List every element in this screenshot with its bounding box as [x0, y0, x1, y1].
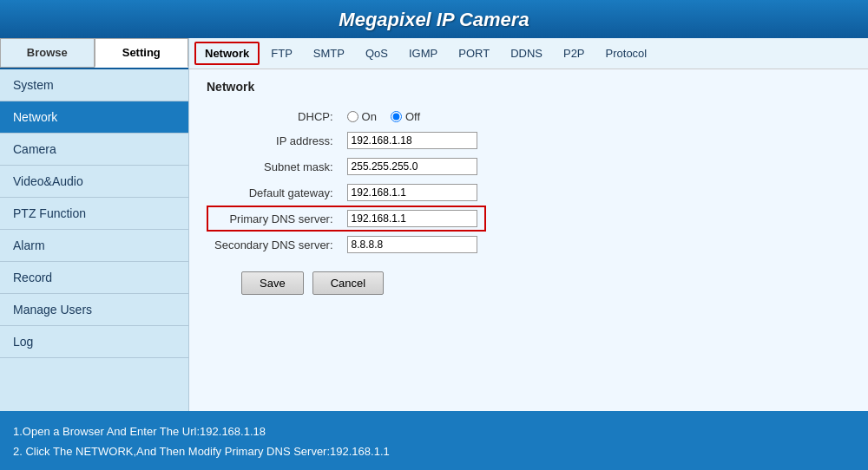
ip-input[interactable]: [347, 132, 477, 149]
dhcp-row: DHCP: On Off: [207, 106, 485, 127]
browse-tab[interactable]: Browse: [0, 38, 95, 68]
sub-navigation: Network FTP SMTP QoS IGMP PORT DDNS P2P …: [189, 38, 868, 69]
tab-p2p[interactable]: P2P: [554, 42, 595, 64]
sidebar-item-record[interactable]: Record: [0, 262, 188, 294]
tab-network[interactable]: Network: [194, 42, 260, 65]
subnet-label: Subnet mask:: [207, 153, 340, 180]
sidebar-item-manage-users[interactable]: Manage Users: [0, 294, 188, 326]
dhcp-on-option[interactable]: On: [347, 110, 377, 123]
dhcp-off-label: Off: [405, 110, 420, 123]
subnet-input[interactable]: [347, 158, 477, 175]
content-body: Network DHCP: On Off: [189, 69, 868, 411]
secondary-dns-input[interactable]: [347, 236, 477, 253]
tab-ftp[interactable]: FTP: [261, 42, 302, 64]
sidebar-item-log[interactable]: Log: [0, 326, 188, 358]
ip-label: IP address:: [207, 127, 340, 153]
sidebar-item-alarm[interactable]: Alarm: [0, 230, 188, 262]
network-form: DHCP: On Off: [207, 106, 486, 258]
gateway-input[interactable]: [347, 184, 477, 201]
cancel-button[interactable]: Cancel: [312, 271, 384, 295]
tab-igmp[interactable]: IGMP: [399, 42, 447, 64]
secondary-dns-label: Secondary DNS server:: [207, 231, 340, 258]
secondary-dns-row: Secondary DNS server:: [207, 231, 485, 258]
ip-cell: [340, 127, 485, 153]
sidebar-tabs: Browse Setting: [0, 38, 188, 69]
subnet-cell: [340, 153, 485, 180]
sidebar-item-network[interactable]: Network: [0, 101, 188, 134]
tab-protocol[interactable]: Protocol: [596, 42, 657, 64]
dhcp-options: On Off: [340, 106, 485, 127]
content-area: Network FTP SMTP QoS IGMP PORT DDNS P2P …: [189, 38, 868, 411]
dhcp-off-radio[interactable]: [391, 111, 402, 122]
primary-dns-input[interactable]: [347, 210, 477, 227]
header: Megapixel IP Camera: [0, 0, 868, 38]
tab-smtp[interactable]: SMTP: [304, 42, 354, 64]
app-title: Megapixel IP Camera: [339, 9, 529, 30]
footer-line2: 2. Click The NETWORK,And Then Modify Pri…: [13, 441, 855, 461]
primary-dns-label: Primary DNS server:: [207, 206, 340, 231]
dhcp-label: DHCP:: [207, 106, 340, 127]
tab-port[interactable]: PORT: [449, 42, 499, 64]
main-container: Browse Setting System Network Camera Vid…: [0, 38, 868, 411]
gateway-label: Default gateway:: [207, 180, 340, 206]
subnet-row: Subnet mask:: [207, 153, 485, 180]
footer: 1.Open a Browser And Enter The Url:192.1…: [0, 411, 868, 470]
gateway-row: Default gateway:: [207, 180, 485, 206]
sidebar-item-ptz-function[interactable]: PTZ Function: [0, 198, 188, 230]
primary-dns-cell: [340, 206, 485, 231]
ip-row: IP address:: [207, 127, 485, 153]
sidebar: Browse Setting System Network Camera Vid…: [0, 38, 189, 411]
save-button[interactable]: Save: [241, 271, 304, 295]
secondary-dns-cell: [340, 231, 485, 258]
sidebar-item-system[interactable]: System: [0, 69, 188, 101]
sidebar-item-video-audio[interactable]: Video&Audio: [0, 166, 188, 198]
section-title: Network: [207, 80, 851, 94]
dhcp-off-option[interactable]: Off: [391, 110, 420, 123]
button-row: Save Cancel: [207, 271, 851, 295]
setting-tab[interactable]: Setting: [95, 38, 189, 68]
primary-dns-row: Primary DNS server:: [207, 206, 485, 231]
gateway-cell: [340, 180, 485, 206]
sidebar-item-camera[interactable]: Camera: [0, 134, 188, 166]
tab-qos[interactable]: QoS: [356, 42, 398, 64]
tab-ddns[interactable]: DDNS: [501, 42, 552, 64]
dhcp-on-radio[interactable]: [347, 111, 358, 122]
footer-line1: 1.Open a Browser And Enter The Url:192.1…: [13, 421, 855, 441]
dhcp-on-label: On: [362, 110, 377, 123]
